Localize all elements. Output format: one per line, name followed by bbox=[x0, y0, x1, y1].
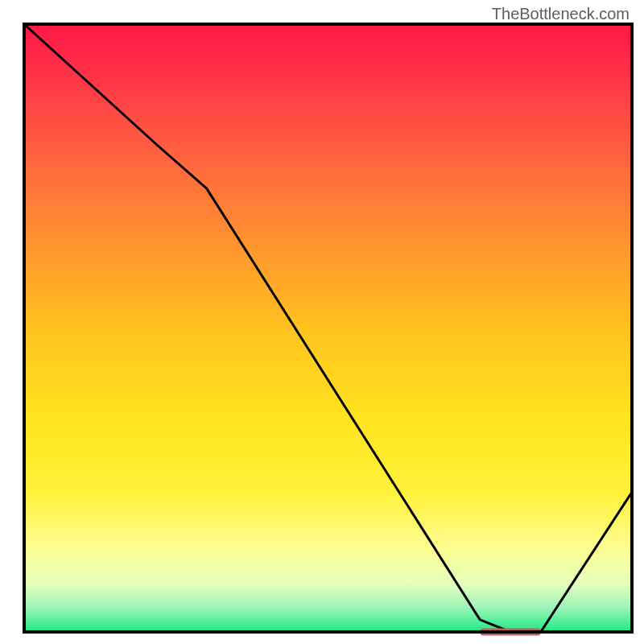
bottleneck-chart bbox=[0, 0, 644, 644]
watermark-text: TheBottleneck.com bbox=[492, 5, 630, 23]
plot-background bbox=[24, 24, 632, 632]
